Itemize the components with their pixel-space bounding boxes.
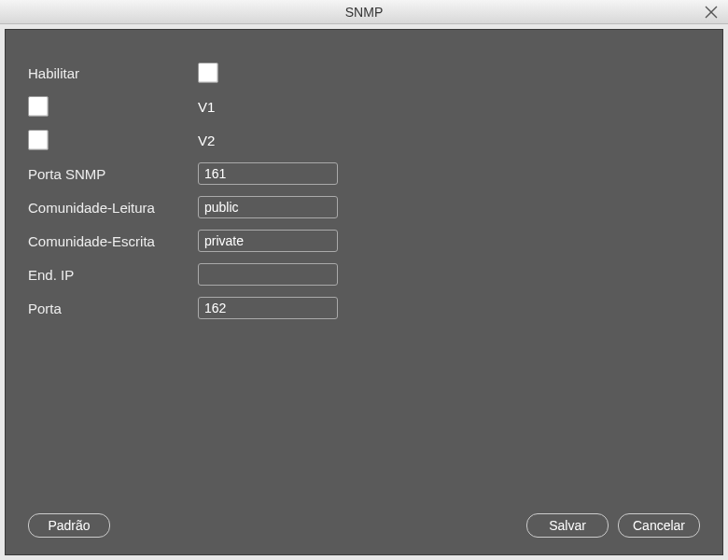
row-comunidade-escrita: Comunidade-Escrita [28, 224, 700, 258]
salvar-button[interactable]: Salvar [526, 513, 609, 538]
dialog-body: Habilitar V1 [5, 29, 723, 555]
comunidade-escrita-input[interactable] [198, 230, 338, 252]
row-comunidade-leitura: Comunidade-Leitura [28, 190, 700, 224]
row-end-ip: End. IP [28, 258, 700, 291]
row-v1: V1 [28, 90, 700, 123]
comunidade-leitura-label: Comunidade-Leitura [28, 200, 198, 216]
end-ip-label: End. IP [28, 267, 198, 283]
right-buttons: Salvar Cancelar [526, 513, 700, 538]
v1-label: V1 [198, 99, 215, 115]
close-icon [705, 6, 718, 19]
button-row: Padrão Salvar Cancelar [28, 508, 700, 538]
porta-input[interactable] [198, 297, 338, 319]
dialog-body-outer: Habilitar V1 [0, 24, 728, 560]
row-porta: Porta [28, 291, 700, 325]
snmp-form: Habilitar V1 [28, 56, 700, 508]
comunidade-escrita-label: Comunidade-Escrita [28, 233, 198, 249]
row-porta-snmp: Porta SNMP [28, 157, 700, 190]
row-v2: V2 [28, 123, 700, 157]
row-habilitar: Habilitar [28, 56, 700, 90]
titlebar: SNMP [0, 0, 728, 24]
cancelar-button[interactable]: Cancelar [618, 513, 700, 538]
v2-checkbox[interactable] [28, 130, 49, 150]
comunidade-leitura-input[interactable] [198, 196, 338, 218]
v2-label: V2 [198, 133, 215, 148]
end-ip-input[interactable] [198, 263, 338, 286]
snmp-dialog: SNMP Habilitar [0, 0, 728, 560]
window-title: SNMP [0, 5, 728, 20]
porta-label: Porta [28, 301, 198, 316]
close-button[interactable] [702, 3, 721, 21]
left-buttons: Padrão [28, 513, 110, 538]
porta-snmp-input[interactable] [198, 162, 338, 185]
porta-snmp-label: Porta SNMP [28, 166, 198, 182]
habilitar-checkbox[interactable] [198, 63, 218, 83]
padrao-button[interactable]: Padrão [28, 513, 110, 538]
habilitar-label: Habilitar [28, 65, 198, 81]
v1-checkbox[interactable] [28, 96, 49, 117]
